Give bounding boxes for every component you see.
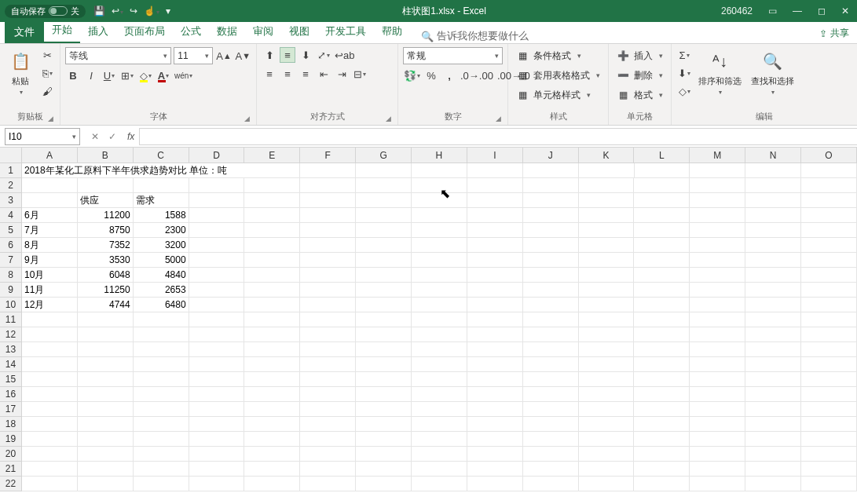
- cut-icon[interactable]: ✂: [39, 47, 55, 63]
- cell[interactable]: [523, 268, 579, 283]
- cell[interactable]: [690, 417, 745, 432]
- cell[interactable]: [412, 208, 467, 223]
- cell[interactable]: [801, 283, 857, 298]
- row-header-22[interactable]: 22: [0, 477, 21, 491]
- merge-cells-icon[interactable]: ⊟▾: [352, 66, 368, 82]
- cell[interactable]: [356, 342, 412, 357]
- cell[interactable]: [412, 298, 467, 312]
- cell[interactable]: [634, 477, 690, 491]
- row-header-9[interactable]: 9: [0, 283, 21, 298]
- cell[interactable]: [356, 193, 412, 208]
- cell[interactable]: [523, 372, 579, 387]
- cell[interactable]: [412, 357, 467, 372]
- cell[interactable]: [467, 268, 523, 283]
- cell[interactable]: [244, 402, 300, 417]
- format-painter-icon[interactable]: 🖌: [39, 83, 55, 99]
- cell[interactable]: [634, 178, 690, 193]
- wrap-text-icon[interactable]: ↩ab: [334, 47, 355, 63]
- cell[interactable]: [78, 417, 134, 432]
- cell[interactable]: [300, 417, 356, 432]
- cell[interactable]: [412, 402, 467, 417]
- increase-indent-icon[interactable]: ⇥: [334, 66, 350, 82]
- cell[interactable]: [523, 342, 579, 357]
- cell[interactable]: [634, 357, 690, 372]
- tab-formulas[interactable]: 公式: [173, 21, 209, 43]
- cell[interactable]: [579, 342, 635, 357]
- cell[interactable]: [467, 477, 523, 491]
- phonetic-icon[interactable]: wén▾: [174, 68, 193, 83]
- cell[interactable]: [22, 327, 78, 342]
- fill-icon[interactable]: ⬇▾: [676, 65, 692, 81]
- orientation-icon[interactable]: ⤢▾: [316, 47, 331, 63]
- cell[interactable]: [356, 417, 412, 432]
- cell[interactable]: [801, 298, 857, 312]
- cell[interactable]: [356, 253, 412, 268]
- cell[interactable]: [244, 477, 300, 491]
- cell[interactable]: [634, 208, 690, 223]
- cell[interactable]: [244, 178, 300, 193]
- cell[interactable]: [134, 342, 189, 357]
- cell[interactable]: [22, 417, 78, 432]
- cell[interactable]: 6月: [22, 208, 78, 223]
- ribbon-display-icon[interactable]: ▭: [765, 5, 780, 16]
- tab-home[interactable]: 开始: [44, 20, 80, 43]
- cell[interactable]: [523, 283, 579, 298]
- close-icon[interactable]: ✕: [838, 5, 852, 16]
- cell[interactable]: [523, 178, 579, 193]
- cell[interactable]: 2018年某化工原料下半年供求趋势对比 单位：吨: [22, 163, 300, 178]
- increase-font-icon[interactable]: A▲: [215, 48, 232, 64]
- cell[interactable]: [412, 327, 467, 342]
- cell[interactable]: [690, 208, 745, 223]
- dialog-launcher-icon[interactable]: ◢: [386, 115, 391, 122]
- cell[interactable]: [523, 417, 579, 432]
- format-as-table-button[interactable]: ▦套用表格格式▾: [513, 67, 603, 84]
- cell[interactable]: [356, 387, 412, 402]
- cell[interactable]: [690, 253, 745, 268]
- cell[interactable]: [690, 432, 745, 447]
- cell[interactable]: [634, 298, 690, 312]
- cell[interactable]: [78, 178, 134, 193]
- cell[interactable]: [300, 223, 356, 238]
- cell[interactable]: [745, 372, 801, 387]
- cell[interactable]: [745, 268, 801, 283]
- cell[interactable]: [78, 462, 134, 477]
- cell[interactable]: [801, 417, 857, 432]
- cell[interactable]: [690, 357, 745, 372]
- cell[interactable]: [801, 178, 857, 193]
- cell[interactable]: [801, 223, 857, 238]
- cell[interactable]: 需求: [134, 193, 189, 208]
- dialog-launcher-icon[interactable]: ◢: [496, 115, 501, 122]
- font-name-combo[interactable]: 等线▾: [65, 47, 171, 64]
- cell[interactable]: [189, 298, 245, 312]
- cell[interactable]: [412, 193, 467, 208]
- col-header-D[interactable]: D: [189, 148, 245, 163]
- cell[interactable]: [78, 432, 134, 447]
- cell[interactable]: [356, 357, 412, 372]
- cell[interactable]: [300, 402, 356, 417]
- underline-icon[interactable]: U▾: [101, 68, 117, 83]
- tab-developer[interactable]: 开发工具: [317, 21, 374, 43]
- cell[interactable]: 11月: [22, 283, 78, 298]
- cell[interactable]: [356, 163, 412, 178]
- row-header-8[interactable]: 8: [0, 268, 21, 283]
- cell[interactable]: [467, 283, 523, 298]
- row-header-16[interactable]: 16: [0, 387, 21, 402]
- cell[interactable]: [78, 372, 134, 387]
- cell[interactable]: [244, 462, 300, 477]
- cell[interactable]: [634, 417, 690, 432]
- cell[interactable]: [634, 387, 690, 402]
- cell-styles-button[interactable]: ▦单元格样式▾: [513, 86, 603, 104]
- cell[interactable]: [801, 163, 857, 178]
- cell[interactable]: [356, 238, 412, 253]
- cell[interactable]: [300, 327, 356, 342]
- cell[interactable]: [467, 238, 523, 253]
- cell[interactable]: [244, 342, 300, 357]
- cell[interactable]: [412, 387, 467, 402]
- cell[interactable]: [745, 283, 801, 298]
- cell[interactable]: [134, 372, 189, 387]
- cell[interactable]: [300, 238, 356, 253]
- cell[interactable]: [356, 402, 412, 417]
- cell[interactable]: [356, 477, 412, 491]
- cell[interactable]: [78, 447, 134, 462]
- cell[interactable]: [523, 223, 579, 238]
